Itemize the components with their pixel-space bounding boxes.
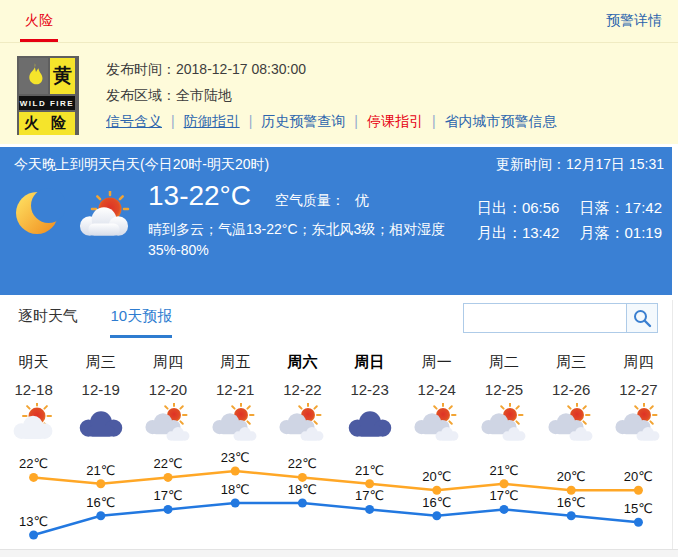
forecast-date-label: 12-20 [134,381,201,398]
forecast-period-banner: 今天晚上到明天白天(今日20时-明天20时) 更新时间：12月17日 15:31 [0,147,672,174]
forecast-day-label: 周六 [269,353,336,372]
forecast-day-cell: 周四12-20 [134,353,201,445]
sun-clouds-icon [269,403,336,445]
sun-clouds-icon [470,403,537,445]
update-time-value: 12月17日 15:31 [566,156,664,172]
link-separator: | [171,113,175,129]
warning-link[interactable]: 防御指引 [184,113,240,129]
almanac-item: 日出：06:56 [477,199,560,218]
warning-link[interactable]: 停课指引 [367,113,423,129]
search-input[interactable] [463,303,626,333]
forecast-day-label: 明天 [0,353,67,372]
sun-behind-cloud-icon [78,191,134,245]
svg-text:22℃: 22℃ [153,456,182,471]
moon-icon [13,183,65,245]
sun-clouds-icon [538,403,605,445]
forecast-day-cell: 周三12-19 [67,353,134,445]
forecast-area: 逐时天气 10天预报 明天12-18周三12-19周四12-20周五12-21周… [0,295,672,557]
svg-text:21℃: 21℃ [355,463,384,478]
temperature-chart: 22℃21℃22℃23℃22℃21℃20℃21℃20℃20℃13℃16℃17℃1… [0,451,672,557]
current-conditions-panel: 今天晚上到明天白天(今日20时-明天20时) 更新时间：12月17日 15:31… [0,147,672,295]
flame-icon [19,58,48,94]
forecast-row: 明天12-18周三12-19周四12-20周五12-21周六12-22周日12-… [0,353,672,445]
svg-text:16℃: 16℃ [86,495,115,510]
weather-description: 晴到多云；气温13-22°C；东北风3级；相对湿度35%-80% [148,219,500,261]
forecast-day-label: 周二 [470,353,537,372]
cloud-icon [67,403,134,445]
svg-text:18℃: 18℃ [221,482,250,497]
publish-area-row: 发布区域：全市陆地 [106,82,557,108]
warning-link[interactable]: 信号含义 [106,113,162,129]
warning-body: 黄 WILD FIRE 火 险 发布时间：2018-12-17 08:30:00… [0,43,678,135]
forecast-tabs-row: 逐时天气 10天预报 [0,295,672,340]
svg-text:16℃: 16℃ [557,495,586,510]
svg-text:16℃: 16℃ [422,495,451,510]
warning-link[interactable]: 历史预警查询 [261,113,345,129]
temperature-range: 13-22°C [148,180,251,212]
publish-area-label: 发布区域： [106,87,176,103]
forecast-day-label: 周五 [202,353,269,372]
forecast-day-label: 周日 [336,353,403,372]
air-quality-value: 优 [355,192,369,208]
forecast-day-cell: 明天12-18 [0,353,67,445]
warning-header: 火险 预警详情 黄 WILD FIRE 火 险 发布时间：2018-12-17 … [0,0,678,144]
sun-clouds-icon [202,403,269,445]
almanac: 日出：06:56日落：17:42月出：13:42月落：01:19 [477,199,662,243]
tab-hourly-weather[interactable]: 逐时天气 [18,307,78,335]
forecast-day-cell: 周六12-22 [269,353,336,445]
link-separator: | [354,113,358,129]
publish-time-row: 发布时间：2018-12-17 08:30:00 [106,56,557,82]
warning-link[interactable]: 省内城市预警信息 [445,113,557,129]
badge-type-text: 火 险 [19,112,75,135]
tab-fire-risk[interactable]: 火险 [20,12,58,42]
temperature-block: 13-22°C 空气质量：优 [148,180,369,212]
svg-text:20℃: 20℃ [557,469,586,484]
air-quality: 空气质量：优 [275,192,369,210]
air-quality-label: 空气质量： [275,192,345,208]
badge-strip-text: WILD FIRE [19,96,75,110]
forecast-date-label: 12-22 [269,381,336,398]
almanac-item: 月落：01:19 [579,224,662,243]
link-separator: | [249,113,253,129]
forecast-day-cell: 周三12-26 [538,353,605,445]
search-icon [632,308,652,328]
header-tab-strip: 火险 预警详情 [0,0,678,43]
update-time-label: 更新时间： [496,156,566,172]
warning-details-link[interactable]: 预警详情 [606,12,662,30]
bottom-divider-strip [0,549,678,557]
forecast-day-label: 周四 [134,353,201,372]
publish-time-label: 发布时间： [106,61,176,77]
sun-clouds-icon [134,403,201,445]
forecast-day-label: 周三 [67,353,134,372]
forecast-date-label: 12-18 [0,381,67,398]
tab-ten-day-forecast[interactable]: 10天预报 [110,307,172,338]
svg-text:17℃: 17℃ [153,488,182,503]
forecast-date-label: 12-24 [403,381,470,398]
update-time: 更新时间：12月17日 15:31 [496,156,664,174]
svg-text:17℃: 17℃ [355,488,384,503]
publish-time-value: 2018-12-17 08:30:00 [176,61,306,77]
forecast-day-cell: 周一12-24 [403,353,470,445]
sun-clouds-icon [403,403,470,445]
fire-warning-badge: 黄 WILD FIRE 火 险 [17,56,79,135]
forecast-day-cell: 周日12-23 [336,353,403,445]
svg-text:15℃: 15℃ [624,501,653,516]
forecast-date-label: 12-27 [605,381,672,398]
forecast-day-cell: 周二12-25 [470,353,537,445]
warning-info: 发布时间：2018-12-17 08:30:00 发布区域：全市陆地 信号含义|… [106,56,557,135]
svg-text:18℃: 18℃ [288,482,317,497]
forecast-day-label: 周三 [538,353,605,372]
forecast-date-label: 12-25 [470,381,537,398]
svg-text:20℃: 20℃ [422,469,451,484]
forecast-date-label: 12-26 [538,381,605,398]
svg-text:17℃: 17℃ [489,488,518,503]
forecast-date-label: 12-21 [202,381,269,398]
search-button[interactable] [626,303,658,333]
svg-text:13℃: 13℃ [19,514,48,529]
link-separator: | [432,113,436,129]
svg-text:22℃: 22℃ [19,456,48,471]
sun-clouds-icon [605,403,672,445]
badge-level-text: 黄 [50,58,75,94]
publish-area-value: 全市陆地 [176,87,232,103]
forecast-day-label: 周四 [605,353,672,372]
